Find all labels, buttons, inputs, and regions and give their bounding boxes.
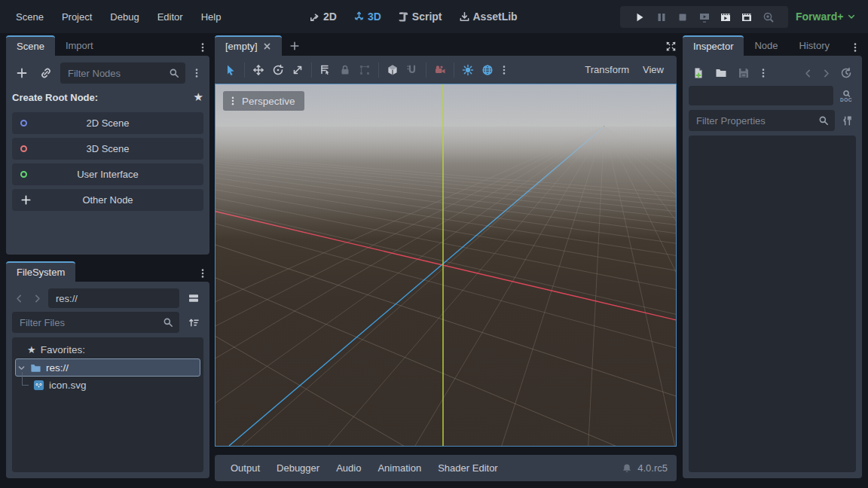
menu-scene[interactable]: Scene: [8, 8, 52, 26]
viewport-3d[interactable]: Perspective: [215, 84, 677, 447]
resource-extra-menu-button[interactable]: [756, 65, 770, 81]
filter-nodes-input[interactable]: [60, 63, 185, 84]
godot-editor-window: Scene Project Debug Editor Help 2D 3D Sc…: [0, 0, 868, 488]
workspace-script-button[interactable]: Script: [398, 11, 442, 23]
favorites-section[interactable]: ★ Favorites:: [15, 341, 200, 358]
menu-editor[interactable]: Editor: [149, 8, 191, 26]
add-node-button[interactable]: [12, 63, 32, 83]
search-icon: [163, 317, 173, 328]
new-scene-tab-button[interactable]: [289, 41, 300, 51]
bottom-tab-audio[interactable]: Audio: [329, 459, 368, 477]
tab-inspector[interactable]: Inspector: [683, 35, 744, 56]
camera-icon: [434, 64, 446, 76]
scale-mode-button[interactable]: [288, 60, 307, 80]
move-mode-button[interactable]: [249, 60, 268, 80]
tab-scene[interactable]: Scene: [6, 35, 55, 56]
scene-dock-tabbar: Scene Import: [6, 35, 209, 56]
file-sort-button[interactable]: [184, 313, 203, 332]
movie-maker-button[interactable]: [763, 11, 775, 23]
lock-selected-button[interactable]: [335, 60, 355, 80]
history-back-button[interactable]: [12, 288, 26, 308]
ui-node-icon: [20, 171, 27, 178]
bottom-tab-shader-editor[interactable]: Shader Editor: [431, 459, 505, 477]
list-select-icon: [319, 64, 332, 76]
menu-help[interactable]: Help: [193, 8, 230, 26]
inspector-dock-menu-button[interactable]: [848, 39, 862, 56]
scene-dock-menu-button[interactable]: [196, 39, 209, 56]
manage-properties-button[interactable]: [838, 111, 856, 130]
stop-button[interactable]: [677, 11, 689, 23]
notification-bell-icon[interactable]: [622, 463, 632, 474]
create-3d-scene-button[interactable]: 3D Scene: [12, 138, 203, 160]
tab-history[interactable]: History: [789, 35, 840, 56]
rotate-mode-button[interactable]: [268, 60, 288, 80]
chevron-left-icon: [803, 69, 813, 78]
group-selected-button[interactable]: [355, 60, 374, 80]
open-docs-button[interactable]: DOC: [836, 90, 856, 102]
play-button[interactable]: [634, 11, 646, 23]
plus-icon: [289, 41, 300, 51]
select-mode-button[interactable]: [221, 60, 240, 80]
create-2d-scene-button[interactable]: 2D Scene: [12, 112, 203, 134]
workspace-assetlib-button[interactable]: AssetLib: [459, 11, 518, 23]
load-resource-button[interactable]: [711, 63, 731, 83]
filesystem-dock-menu-button[interactable]: [196, 265, 209, 282]
version-label[interactable]: 4.0.rc5: [637, 462, 668, 474]
view-menu[interactable]: View: [636, 61, 671, 78]
instance-scene-button[interactable]: [36, 63, 56, 83]
play-scene-button[interactable]: [720, 11, 732, 23]
play-remote-button[interactable]: [698, 11, 711, 23]
edit-back-button[interactable]: [800, 63, 815, 83]
resource-name-field[interactable]: [689, 86, 833, 105]
perspective-menu[interactable]: Perspective: [223, 91, 304, 111]
filter-files-input[interactable]: [12, 312, 179, 333]
inspector-panel: DOC: [683, 56, 862, 478]
workspace-2d-button[interactable]: 2D: [309, 11, 337, 23]
pause-button[interactable]: [656, 11, 668, 23]
edit-history-button[interactable]: [836, 63, 856, 83]
list-select-button[interactable]: [316, 60, 335, 80]
bottom-tab-output[interactable]: Output: [224, 459, 267, 477]
file-row-icon-svg[interactable]: icon.svg: [15, 377, 200, 394]
preview-camera-button[interactable]: [430, 60, 450, 80]
plus-icon: [20, 194, 32, 206]
magnet-icon: [406, 64, 418, 76]
play-custom-scene-button[interactable]: [741, 11, 753, 23]
filter-properties-input[interactable]: [689, 110, 835, 131]
menu-project[interactable]: Project: [53, 8, 100, 26]
menu-debug[interactable]: Debug: [102, 8, 147, 26]
current-path-field[interactable]: [48, 288, 179, 308]
edit-forward-button[interactable]: [818, 63, 833, 83]
menu-items: Scene Project Debug Editor Help: [0, 8, 229, 26]
distraction-free-button[interactable]: [665, 41, 677, 52]
save-resource-button[interactable]: [734, 63, 753, 83]
star-icon: ★: [27, 344, 36, 355]
tab-node[interactable]: Node: [744, 35, 788, 56]
search-icon: [818, 115, 829, 126]
folder-row-res[interactable]: res://: [15, 358, 200, 377]
snap-mode-button[interactable]: [402, 60, 422, 80]
bottom-tab-debugger[interactable]: Debugger: [270, 459, 326, 477]
tab-import[interactable]: Import: [55, 35, 104, 56]
close-tab-button[interactable]: [263, 42, 271, 50]
use-local-space-button[interactable]: [383, 60, 402, 80]
history-forward-button[interactable]: [30, 288, 44, 308]
tab-filesystem[interactable]: FileSystem: [6, 261, 75, 282]
favorites-star-icon[interactable]: ★: [194, 90, 203, 104]
sun-settings-button[interactable]: [458, 60, 478, 80]
2d-icon: [309, 11, 320, 23]
new-resource-button[interactable]: [689, 63, 708, 83]
scene-tree-menu-button[interactable]: [190, 65, 203, 81]
toggle-split-mode-button[interactable]: [184, 288, 203, 308]
transform-menu[interactable]: Transform: [578, 61, 636, 78]
create-other-node-button[interactable]: Other Node: [12, 189, 203, 211]
create-ui-scene-button[interactable]: User Interface: [12, 163, 203, 185]
sun-env-menu-button[interactable]: [497, 62, 511, 78]
renderer-dropdown[interactable]: Forward+: [796, 0, 856, 33]
workspace-3d-button[interactable]: 3D: [353, 11, 381, 23]
tree-collapse-chevron-icon[interactable]: [17, 364, 26, 372]
environment-settings-button[interactable]: [478, 60, 497, 80]
scene-tab-empty[interactable]: [empty]: [215, 35, 282, 56]
tree-guide-line: [15, 377, 29, 394]
bottom-tab-animation[interactable]: Animation: [371, 459, 428, 477]
